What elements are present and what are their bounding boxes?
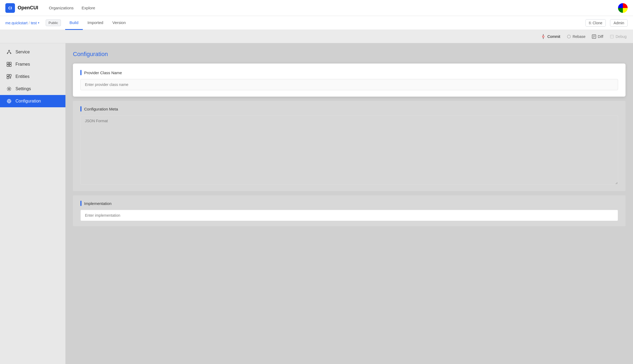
- sidebar-item-service[interactable]: Service: [0, 46, 65, 58]
- sidebar-item-frames[interactable]: Frames: [0, 58, 65, 70]
- settings-icon: [6, 86, 12, 92]
- logo-icon: CI: [5, 3, 15, 13]
- svg-rect-17: [7, 74, 9, 76]
- sub-nav: me.quickstart / test ▾ Public Build Impo…: [0, 16, 633, 30]
- nav-explore[interactable]: Explore: [82, 5, 95, 11]
- implementation-label: Implementation: [80, 201, 618, 206]
- svg-point-10: [9, 50, 10, 51]
- main-layout: Service Frames: [0, 43, 633, 364]
- action-bar: Commit Rebase Diff Debug: [0, 30, 633, 43]
- clone-button[interactable]: ⎘ Clone: [585, 19, 606, 27]
- nav-links: Organizations Explore: [49, 5, 618, 11]
- logo-area: CI OpenCUI: [5, 3, 38, 13]
- tab-version[interactable]: Version: [108, 16, 130, 30]
- svg-point-24: [8, 100, 10, 102]
- breadcrumb: me.quickstart / test ▾: [5, 21, 39, 25]
- rebase-icon: [567, 34, 571, 39]
- svg-point-3: [567, 35, 571, 38]
- configuration-icon: [6, 98, 12, 104]
- nav-organizations[interactable]: Organizations: [49, 5, 74, 11]
- tab-imported[interactable]: Imported: [83, 16, 108, 30]
- top-nav: CI OpenCUI Organizations Explore: [0, 0, 633, 16]
- diff-button[interactable]: Diff: [592, 34, 603, 39]
- app-name: OpenCUI: [18, 5, 38, 11]
- field-accent-bar: [80, 70, 81, 75]
- content-area: Configuration Provider Class Name Config…: [65, 43, 633, 364]
- config-meta-label: Configuration Meta: [80, 106, 618, 112]
- svg-rect-8: [610, 35, 614, 38]
- sidebar: Service Frames: [0, 43, 65, 364]
- admin-button[interactable]: Admin: [610, 19, 628, 27]
- sidebar-settings-label: Settings: [15, 86, 31, 91]
- sidebar-configuration-label: Configuration: [15, 99, 41, 104]
- sidebar-item-settings[interactable]: Settings: [0, 83, 65, 95]
- page-title: Configuration: [73, 51, 626, 58]
- implementation-section: Implementation: [73, 195, 626, 226]
- configuration-meta-section: Configuration Meta: [73, 101, 626, 191]
- clone-icon: ⎘: [589, 21, 591, 25]
- svg-point-22: [8, 88, 10, 90]
- svg-rect-13: [7, 62, 9, 64]
- sidebar-item-entities[interactable]: Entities: [0, 70, 65, 83]
- breadcrumb-current[interactable]: test ▾: [31, 21, 39, 25]
- public-badge[interactable]: Public: [46, 19, 61, 26]
- commit-icon: [541, 34, 546, 39]
- configuration-meta-textarea[interactable]: [80, 115, 618, 185]
- nav-right: [618, 3, 628, 13]
- svg-rect-15: [7, 65, 9, 66]
- svg-rect-19: [7, 77, 9, 79]
- svg-point-0: [542, 36, 544, 37]
- breadcrumb-parent[interactable]: me.quickstart: [5, 21, 28, 25]
- svg-rect-18: [9, 74, 11, 76]
- chevron-down-icon: ▾: [38, 21, 39, 24]
- field-accent-bar-2: [80, 106, 81, 112]
- sub-nav-right: ⎘ Clone Admin: [585, 19, 628, 27]
- entities-icon: [6, 74, 12, 79]
- sub-nav-tabs: Build Imported Version: [65, 16, 583, 30]
- commit-button[interactable]: Commit: [541, 34, 560, 39]
- implementation-input[interactable]: [80, 210, 618, 221]
- rebase-button[interactable]: Rebase: [567, 34, 585, 39]
- breadcrumb-separator: /: [29, 21, 30, 25]
- svg-rect-16: [9, 65, 11, 66]
- debug-button[interactable]: Debug: [610, 34, 627, 39]
- provider-class-label: Provider Class Name: [80, 70, 618, 75]
- sidebar-item-configuration[interactable]: Configuration: [0, 95, 65, 107]
- service-icon: [6, 49, 12, 55]
- diff-icon: [592, 34, 596, 39]
- field-accent-bar-3: [80, 201, 81, 206]
- tab-build[interactable]: Build: [65, 16, 83, 30]
- sidebar-service-label: Service: [15, 50, 30, 54]
- avatar[interactable]: [618, 3, 628, 13]
- svg-rect-14: [9, 62, 11, 64]
- sidebar-frames-label: Frames: [15, 62, 30, 67]
- debug-icon: [610, 34, 614, 39]
- provider-class-input[interactable]: [80, 79, 618, 90]
- sidebar-entities-label: Entities: [15, 74, 29, 79]
- frames-icon: [6, 62, 12, 67]
- provider-class-name-section: Provider Class Name: [73, 64, 626, 97]
